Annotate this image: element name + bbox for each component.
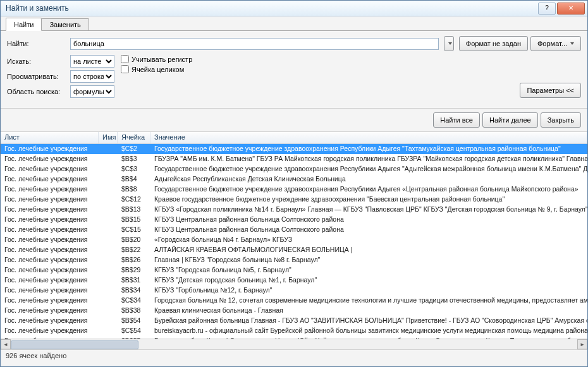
cell-value: Государственное бюджетное учреждение здр… — [150, 184, 587, 195]
cell-name — [99, 326, 118, 336]
cell-sheet: Гос. лечебные учреждения — [1, 184, 99, 195]
dialog-find-replace: Найти и заменить ? ✕ Найти Заменить Найт… — [0, 0, 588, 367]
cell-sheet: Гос. лечебные учреждения — [1, 144, 99, 154]
wholecell-checkbox-wrap[interactable]: Ячейка целиком — [121, 65, 192, 73]
format-button[interactable]: Формат... — [530, 36, 581, 51]
table-row[interactable]: Гос. лечебные учреждения$C$15КГБУЗ Центр… — [1, 225, 587, 235]
cell-name — [99, 286, 118, 296]
format-not-set-button[interactable]: Формат не задан — [459, 36, 528, 51]
cell-name — [99, 316, 118, 326]
cell-name — [99, 225, 118, 235]
table-row[interactable]: Гос. лечебные учреждения$B$8Государствен… — [1, 184, 587, 195]
table-row[interactable]: Гос. лечебные учреждения$B$20«Городская … — [1, 235, 587, 245]
cell-value: Краевое государственное бюджетное учрежд… — [150, 195, 587, 205]
find-history-dropdown[interactable] — [444, 36, 454, 51]
help-button[interactable]: ? — [538, 3, 556, 15]
status-bar: 926 ячеек найдено — [1, 349, 587, 366]
table-row[interactable]: Гос. лечебные учреждения$B$26Главная | К… — [1, 255, 587, 265]
cell-value: Адыгейская Республиканская Детская Клини… — [150, 174, 587, 184]
cell-value: АЛТАЙСКАЯ КРАЕВАЯ ОФТАЛЬМОЛОГИЧЕСКАЯ БОЛ… — [150, 245, 587, 255]
view-combo[interactable]: по строкам — [70, 70, 114, 83]
table-row[interactable]: Гос. лечебные учреждения$C$2Государствен… — [1, 144, 587, 154]
cell-name — [99, 306, 118, 316]
cell-value: Краевая клиническая больница - Главная — [150, 306, 587, 316]
cell-name — [99, 164, 118, 174]
cell-sheet: Гос. лечебные учреждения — [1, 265, 99, 275]
cell-name — [99, 265, 118, 275]
cell-sheet: Гос. лечебные учреждения — [1, 164, 99, 174]
cell-value: Бурейская районная больница Главная - ГБ… — [150, 316, 587, 326]
cell-cell: $B$15 — [118, 215, 150, 225]
table-row[interactable]: Гос. лечебные учреждения$B$13КГБУЗ «Горо… — [1, 205, 587, 215]
cell-value: Государственное бюджетное учреждение здр… — [150, 164, 587, 174]
options-button[interactable]: Параметры << — [520, 83, 581, 98]
cell-cell: $B$38 — [118, 306, 150, 316]
col-cell[interactable]: Ячейка — [118, 132, 150, 143]
cell-cell: $B$26 — [118, 255, 150, 265]
cell-cell: $C$15 — [118, 225, 150, 235]
cell-name — [99, 184, 118, 195]
tab-strip: Найти Заменить — [1, 16, 587, 31]
cell-cell: $B$31 — [118, 275, 150, 286]
find-next-button[interactable]: Найти далее — [482, 112, 538, 128]
cell-sheet: Гос. лечебные учреждения — [1, 255, 99, 265]
table-row[interactable]: Гос. лечебные учреждения$B$22АЛТАЙСКАЯ К… — [1, 245, 587, 255]
cell-value: КГБУЗ "Горбольница №12, г. Барнаул" — [150, 286, 587, 296]
case-checkbox[interactable] — [121, 55, 129, 63]
cell-cell: $B$22 — [118, 245, 150, 255]
scroll-right-arrow[interactable]: ► — [577, 339, 587, 349]
search-in-combo[interactable]: на листе — [70, 55, 114, 68]
table-row[interactable]: Гос. лечебные учреждения$C$54bureiskayac… — [1, 326, 587, 336]
table-row[interactable]: Гос. лечебные учреждения$B$31КГБУЗ "Детс… — [1, 275, 587, 286]
close-window-button[interactable]: ✕ — [557, 3, 585, 15]
cell-cell: $B$8 — [118, 184, 150, 195]
cell-cell: $B$29 — [118, 265, 150, 275]
tab-replace[interactable]: Заменить — [41, 18, 89, 30]
table-row[interactable]: Гос. лечебные учреждения$B$38Краевая кли… — [1, 306, 587, 316]
cell-value: bureiskayacrb.ru - официальный сайт Буре… — [150, 326, 587, 336]
find-all-button[interactable]: Найти все — [433, 112, 480, 128]
col-value[interactable]: Значение — [150, 132, 587, 143]
cell-name — [99, 154, 118, 164]
grid-body[interactable]: Гос. лечебные учреждения$C$2Государствен… — [1, 144, 587, 339]
table-row[interactable]: Гос. лечебные учреждения$B$29КГБУЗ "Горо… — [1, 265, 587, 275]
table-row[interactable]: Гос. лечебные учреждения$B$54Бурейская р… — [1, 316, 587, 326]
table-row[interactable]: Гос. лечебные учреждения$B$34КГБУЗ "Горб… — [1, 286, 587, 296]
window-title: Найти и заменить — [3, 4, 537, 13]
cell-sheet: Гос. лечебные учреждения — [1, 326, 99, 336]
cell-name — [99, 215, 118, 225]
cell-sheet: Гос. лечебные учреждения — [1, 215, 99, 225]
table-row[interactable]: Гос. лечебные учреждения$C$3Государствен… — [1, 164, 587, 174]
case-checkbox-wrap[interactable]: Учитывать регистр — [121, 55, 192, 63]
cell-sheet: Гос. лечебные учреждения — [1, 205, 99, 215]
cell-cell: $B$54 — [118, 316, 150, 326]
tab-find[interactable]: Найти — [6, 18, 42, 31]
cell-sheet: Гос. лечебные учреждения — [1, 235, 99, 245]
table-row[interactable]: Гос. лечебные учреждения$C$12Краевое гос… — [1, 195, 587, 205]
results-grid: Лист Имя Ячейка Значение Гос. лечебные у… — [1, 132, 587, 349]
table-row[interactable]: Гос. лечебные учреждения$B$3ГБУЗРА "АМБ … — [1, 154, 587, 164]
horizontal-scrollbar[interactable]: ◄ ► — [1, 339, 587, 349]
col-sheet[interactable]: Лист — [1, 132, 99, 143]
label-scope: Область поиска: — [7, 88, 70, 95]
table-row[interactable]: Гос. лечебные учреждения$B$4Адыгейская Р… — [1, 174, 587, 184]
cell-value: КГБУЗ "Детская городская больница №1, г.… — [150, 275, 587, 286]
cell-name — [99, 195, 118, 205]
label-search-in: Искать: — [7, 57, 70, 65]
cell-cell: $C$2 — [118, 144, 150, 154]
close-button[interactable]: Закрыть — [541, 112, 581, 128]
cell-value: Городская больница № 12, сочетая совреме… — [150, 296, 587, 306]
close-icon: ✕ — [568, 5, 573, 11]
cell-sheet: Гос. лечебные учреждения — [1, 195, 99, 205]
cell-name — [99, 144, 118, 154]
cell-sheet: Гос. лечебные учреждения — [1, 316, 99, 326]
col-name[interactable]: Имя — [99, 132, 118, 143]
scroll-left-arrow[interactable]: ◄ — [1, 339, 11, 349]
wholecell-checkbox[interactable] — [121, 65, 129, 73]
scope-combo[interactable]: формулы — [70, 85, 114, 98]
scroll-thumb[interactable] — [11, 340, 138, 349]
table-row[interactable]: Гос. лечебные учреждения$C$34Городская б… — [1, 296, 587, 306]
case-label: Учитывать регистр — [132, 56, 192, 63]
table-row[interactable]: Гос. лечебные учреждения$B$15КГБУЗ Центр… — [1, 215, 587, 225]
find-input[interactable] — [70, 38, 439, 50]
